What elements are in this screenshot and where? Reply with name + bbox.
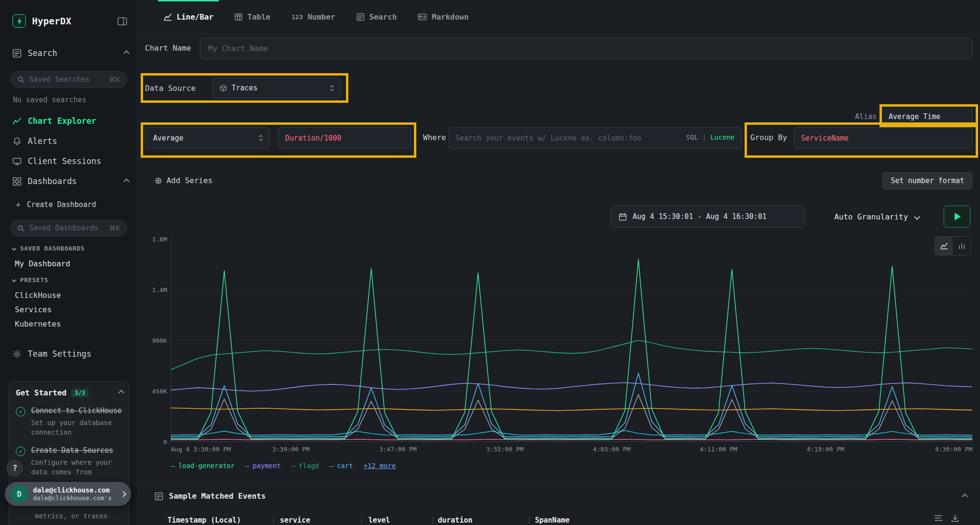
column-header[interactable]: SpanName xyxy=(535,516,569,525)
sidebar-item-my-dashboard[interactable]: My Dashboard xyxy=(15,258,127,269)
lucene-toggle[interactable]: Lucene xyxy=(710,133,735,141)
collapse-panel-icon[interactable] xyxy=(962,493,968,500)
check-icon: ✓ xyxy=(16,447,25,456)
legend-item[interactable]: —load-generator xyxy=(171,462,234,470)
set-number-format-button[interactable]: Set number format xyxy=(882,172,972,189)
column-settings-icon[interactable] xyxy=(935,514,943,522)
aggregation-value: Average xyxy=(153,134,183,142)
date-range-picker[interactable]: Aug 4 15:30:01 - Aug 4 16:30:01 xyxy=(611,206,805,228)
chevron-right-icon xyxy=(120,491,126,497)
markdown-icon xyxy=(418,13,427,21)
avatar: D xyxy=(11,485,28,503)
data-source-label: Data Source xyxy=(145,84,196,93)
where-label: Where xyxy=(423,133,446,142)
y-tick: 1.8M xyxy=(152,236,167,243)
legend-more-link[interactable]: +12 more xyxy=(364,462,396,470)
column-header[interactable]: level xyxy=(368,516,390,525)
sidebar-item-label: Chart Explorer xyxy=(28,116,96,126)
add-series-button[interactable]: ⊕ Add Series xyxy=(155,175,212,186)
tab-line-bar[interactable]: Line/Bar xyxy=(155,0,222,34)
granularity-select[interactable]: Auto Granularity xyxy=(822,206,932,228)
alias-row: Alias xyxy=(855,106,972,127)
sidebar-item-team-settings[interactable]: Team Settings xyxy=(12,348,127,360)
chevron-up-icon[interactable] xyxy=(123,178,130,185)
aggregation-select[interactable]: Average xyxy=(145,127,269,149)
query-language-toggle[interactable]: SQL | Lucene xyxy=(686,133,735,141)
sidebar-item-label: Search xyxy=(28,48,57,58)
legend-dash: — xyxy=(330,462,334,470)
saved-dashboards-placeholder: Saved Dashboards xyxy=(29,224,99,232)
run-query-button[interactable] xyxy=(944,206,970,228)
sidebar-item-client-sessions[interactable]: Client Sessions xyxy=(12,155,127,167)
search-icon xyxy=(17,76,24,83)
chart-plot[interactable] xyxy=(171,239,972,442)
data-source-select[interactable]: Traces xyxy=(212,77,341,98)
alias-input[interactable] xyxy=(889,112,965,121)
where-field: SQL | Lucene xyxy=(448,127,742,149)
app-title: HyperDX xyxy=(32,16,71,26)
sidebar-item-label: Client Sessions xyxy=(28,156,101,166)
column-header[interactable]: service xyxy=(280,516,310,525)
check-icon: ✓ xyxy=(16,407,25,416)
events-table-header: Timestamp (Local) ⋮ service ⋮ level ⋮ du… xyxy=(137,513,980,525)
field-input[interactable] xyxy=(285,134,404,142)
legend-item[interactable]: —cart xyxy=(330,462,353,470)
column-header[interactable]: duration xyxy=(438,516,472,525)
field-field xyxy=(278,127,411,149)
help-button[interactable]: ? xyxy=(7,460,23,476)
group-by-input[interactable] xyxy=(801,134,965,142)
y-axis: 1.8M 1.4M 900K 450K 0 xyxy=(145,239,167,442)
line-chart-icon xyxy=(164,13,172,21)
presets-header[interactable]: PRESETS xyxy=(12,275,127,284)
chevron-up-icon[interactable] xyxy=(123,50,130,56)
get-started-item[interactable]: ✓ Connect to ClickHouse Set up your data… xyxy=(16,406,122,437)
column-resize-handle[interactable]: ⋮ xyxy=(526,516,533,525)
logo-row: HyperDX xyxy=(12,11,127,31)
preset-item-kubernetes[interactable]: Kubernetes xyxy=(15,318,127,329)
chart-name-input[interactable] xyxy=(208,44,964,53)
chart-explorer-icon xyxy=(12,117,22,126)
y-tick: 450K xyxy=(152,388,167,395)
sidebar-item-chart-explorer[interactable]: Chart Explorer xyxy=(12,115,127,127)
download-icon[interactable] xyxy=(951,514,959,522)
column-header[interactable]: Timestamp (Local) xyxy=(167,516,241,525)
get-started-item[interactable]: ✓ Create Data Sources Configure where yo… xyxy=(16,446,122,477)
tab-markdown[interactable]: Markdown xyxy=(409,0,477,34)
search-list-icon xyxy=(356,13,365,21)
legend-item[interactable]: —payment xyxy=(245,462,280,470)
user-menu[interactable]: D dale@clickhouse.com dale@clickhouse.co… xyxy=(5,482,131,506)
preset-item-services[interactable]: Services xyxy=(15,304,127,315)
chart-name-field xyxy=(200,38,972,59)
tab-number[interactable]: 123 Number xyxy=(283,0,344,34)
number-icon: 123 xyxy=(291,13,302,21)
sidebar-collapse-icon[interactable] xyxy=(117,17,127,26)
chevron-down-icon xyxy=(12,246,17,251)
saved-searches-input[interactable]: Saved Searches ⌘K xyxy=(10,71,127,88)
preset-item-clickhouse[interactable]: ClickHouse xyxy=(15,290,127,300)
sidebar-item-search[interactable]: Search xyxy=(12,47,127,59)
create-dashboard-button[interactable]: + Create Dashboard xyxy=(16,199,127,210)
tab-search[interactable]: Search xyxy=(348,0,406,34)
sql-toggle[interactable]: SQL xyxy=(686,133,698,141)
x-tick: 3:47:00 PM xyxy=(379,446,416,453)
chevron-up-icon[interactable] xyxy=(118,390,124,396)
kbd-shortcut: ⌘K xyxy=(109,76,120,83)
column-resize-handle[interactable]: ⋮ xyxy=(429,516,436,525)
no-saved-searches-text: No saved searches xyxy=(13,96,87,104)
user-email: dale@clickhouse.com xyxy=(33,486,111,494)
where-input[interactable] xyxy=(456,134,669,142)
group-by-field xyxy=(794,127,972,149)
sidebar-item-alerts[interactable]: Alerts xyxy=(12,135,127,147)
alias-label: Alias xyxy=(855,112,877,121)
legend-item[interactable]: —flagd xyxy=(291,462,319,470)
saved-dashboards-input[interactable]: Saved Dashboards ⌘K xyxy=(10,219,127,237)
saved-searches-placeholder: Saved Searches xyxy=(29,75,89,84)
x-tick: Aug 4 3:30:00 PM xyxy=(171,446,231,453)
sidebar-item-dashboards[interactable]: Dashboards xyxy=(12,175,127,187)
saved-dashboards-header[interactable]: SAVED DASHBOARDS xyxy=(12,244,127,252)
column-resize-handle[interactable]: ⋮ xyxy=(270,516,277,525)
tab-table[interactable]: Table xyxy=(226,0,279,34)
chart-legend: —load-generator —payment —flagd —cart +1… xyxy=(171,462,396,470)
sidebar-item-label: Team Settings xyxy=(28,349,91,359)
column-resize-handle[interactable]: ⋮ xyxy=(358,516,365,525)
